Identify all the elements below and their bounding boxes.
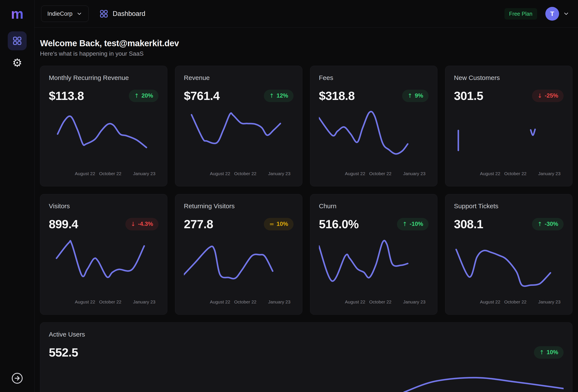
trend-icon: ↑ <box>407 92 412 99</box>
grid-icon <box>99 9 108 18</box>
x-axis-label: October 22 <box>99 299 121 305</box>
sidebar: m ⚙ <box>0 0 35 392</box>
metric-value-row: 552.5 ↑ 10% <box>49 345 564 359</box>
sparkline-svg <box>454 237 564 295</box>
x-axis-label: October 22 <box>369 299 391 305</box>
sidebar-item-dashboard[interactable] <box>8 31 27 50</box>
trend-value: 10% <box>547 349 558 356</box>
x-axis-label: January 23 <box>538 171 561 176</box>
sidebar-nav: ⚙ <box>8 31 27 72</box>
plan-badge: Free Plan <box>504 8 537 20</box>
x-axis-label: October 22 <box>504 299 527 305</box>
metric-title: Fees <box>319 74 429 82</box>
trend-badge: ↑ 9% <box>402 90 429 102</box>
page-title: Dashboard <box>113 10 145 18</box>
sparkline-chart: August 22October 22January 23 <box>184 108 293 178</box>
x-axis-label: October 22 <box>369 171 391 176</box>
trend-value: -4.3% <box>138 221 153 227</box>
trend-value: 12% <box>277 92 288 99</box>
collapse-sidebar-button[interactable] <box>11 372 24 385</box>
metric-card-fees: Fees $318.8 ↑ 9% August 22October 22Janu… <box>310 66 437 186</box>
trend-icon: ↑ <box>402 221 407 227</box>
x-axis-label: August 22 <box>75 299 95 305</box>
x-axis-label: August 22 <box>210 171 230 176</box>
topbar: IndieCorp Dashboard Free Plan T <box>35 0 578 28</box>
trend-badge: ↑ -30% <box>532 218 564 230</box>
grid-icon <box>12 36 22 46</box>
trend-icon: ↑ <box>539 349 544 356</box>
x-axis-label: January 23 <box>133 299 155 305</box>
metric-title: Visitors <box>49 202 158 210</box>
team-selector-label: IndieCorp <box>47 10 72 17</box>
trend-icon: ↑ <box>537 221 542 227</box>
x-axis-labels: August 22October 22January 23 <box>49 171 158 177</box>
x-axis-label: October 22 <box>504 171 527 176</box>
x-axis-label: January 23 <box>403 299 426 305</box>
metric-title: New Customers <box>454 74 564 82</box>
trend-value: -25% <box>545 92 558 99</box>
metrics-grid: Monthly Recurring Revenue $113.8 ↑ 20% A… <box>40 66 573 392</box>
metric-value-row: 308.1 ↑ -30% <box>454 217 564 231</box>
sparkline-chart: August 22October 22January 23 <box>49 108 158 178</box>
metric-value: 552.5 <box>49 345 78 359</box>
account-menu-chevron-icon[interactable] <box>563 10 569 17</box>
x-axis-labels: August 22October 22January 23 <box>184 299 293 305</box>
page-subheading: Here's what is happening in your SaaS <box>40 50 573 57</box>
x-axis-label: October 22 <box>234 299 256 305</box>
metric-card-churn: Churn 516.0% ↑ -10% August 22October 22J… <box>310 194 437 315</box>
metric-card-active-users: Active Users 552.5 ↑ 10% <box>40 322 573 392</box>
sparkline-chart: August 22October 22January 23 <box>454 108 564 178</box>
metric-title: Active Users <box>49 331 564 338</box>
trend-badge: ↑ 10% <box>534 346 564 359</box>
sparkline-svg <box>319 237 429 295</box>
x-axis-label: August 22 <box>480 299 500 305</box>
chevron-down-icon <box>76 11 82 17</box>
sparkline-chart: August 22October 22January 23 <box>184 237 293 306</box>
metric-title: Support Tickets <box>454 202 564 210</box>
x-axis-label: August 22 <box>210 299 230 305</box>
metric-title: Revenue <box>184 74 293 82</box>
x-axis-label: January 23 <box>403 171 426 176</box>
x-axis-label: August 22 <box>345 171 365 176</box>
metric-card-returning-visitors: Returning Visitors 277.8 = 10% August 22… <box>175 194 302 315</box>
metric-value-row: $318.8 ↑ 9% <box>319 89 429 103</box>
sparkline-chart <box>49 365 564 392</box>
trend-value: 20% <box>142 92 153 99</box>
app-root: m ⚙ <box>0 0 578 392</box>
breadcrumb: Dashboard <box>99 9 145 18</box>
trend-icon: = <box>269 221 274 227</box>
x-axis-label: January 23 <box>268 299 290 305</box>
trend-badge: ↑ 20% <box>129 90 158 102</box>
x-axis-labels: August 22October 22January 23 <box>319 171 429 177</box>
metric-value: $761.4 <box>184 89 220 103</box>
metric-value-row: 301.5 ↓ -25% <box>454 89 564 103</box>
x-axis-label: January 23 <box>268 171 290 176</box>
team-selector[interactable]: IndieCorp <box>41 5 89 22</box>
metric-value: 301.5 <box>454 89 483 103</box>
avatar[interactable]: T <box>545 7 559 21</box>
sparkline-svg <box>184 237 293 295</box>
metric-value: 277.8 <box>184 217 213 231</box>
sparkline-svg <box>49 108 158 167</box>
x-axis-label: January 23 <box>538 299 561 305</box>
sparkline-chart: August 22October 22January 23 <box>319 108 429 178</box>
x-axis-label: August 22 <box>75 171 95 176</box>
sidebar-item-settings[interactable]: ⚙ <box>8 53 27 72</box>
sparkline-svg <box>49 365 564 392</box>
sparkline-svg <box>454 108 564 167</box>
trend-value: 10% <box>277 221 288 227</box>
metric-title: Monthly Recurring Revenue <box>49 74 158 82</box>
x-axis-label: October 22 <box>234 171 256 176</box>
trend-icon: ↓ <box>131 221 136 227</box>
trend-icon: ↓ <box>537 92 542 99</box>
metric-value-row: $113.8 ↑ 20% <box>49 89 158 103</box>
metric-value: 516.0% <box>319 217 359 231</box>
main-column: IndieCorp Dashboard Free Plan T <box>35 0 578 392</box>
brand-logo[interactable]: m <box>11 0 24 28</box>
metric-value-row: 277.8 = 10% <box>184 217 293 231</box>
sparkline-chart: August 22October 22January 23 <box>454 237 564 306</box>
trend-icon: ↑ <box>134 92 139 99</box>
sparkline-svg <box>184 108 293 167</box>
x-axis-labels: August 22October 22January 23 <box>454 299 564 305</box>
metric-card-new-customers: New Customers 301.5 ↓ -25% August 22Octo… <box>445 66 573 186</box>
